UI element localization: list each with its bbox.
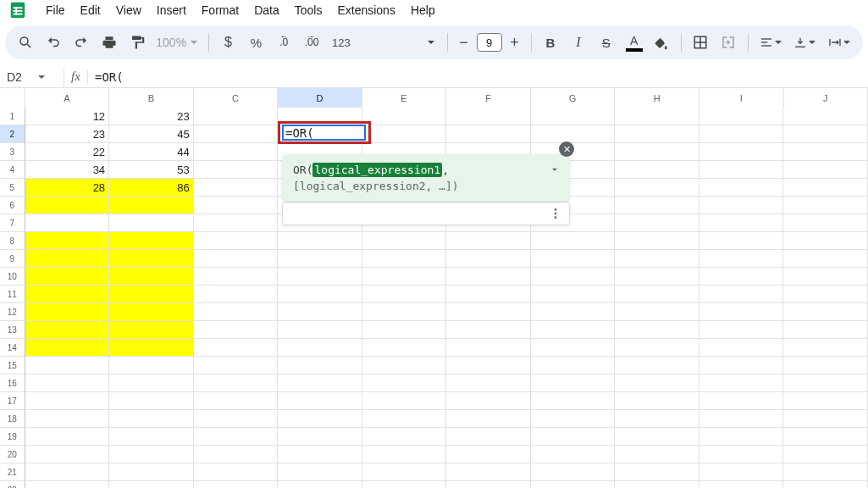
cell-g10[interactable] <box>531 268 616 286</box>
cell-i15[interactable] <box>699 357 784 374</box>
row-header-6[interactable]: 6 <box>0 197 25 214</box>
row-header-8[interactable]: 8 <box>0 232 25 250</box>
menu-insert[interactable]: Insert <box>150 2 193 19</box>
cell-b20[interactable] <box>109 446 194 463</box>
cell-h14[interactable] <box>615 339 699 357</box>
cell-g16[interactable] <box>531 374 616 392</box>
cell-i21[interactable] <box>699 463 784 481</box>
cell-j10[interactable] <box>783 268 868 286</box>
cell-b13[interactable] <box>109 321 194 339</box>
cell-a1[interactable]: 12 <box>25 108 110 125</box>
cell-b2[interactable]: 45 <box>109 125 194 143</box>
cell-f12[interactable] <box>446 303 531 321</box>
row-header-19[interactable]: 19 <box>0 428 25 446</box>
cell-i5[interactable] <box>699 179 784 197</box>
cell-i13[interactable] <box>699 321 784 339</box>
cell-b22[interactable] <box>109 481 194 488</box>
cell-c16[interactable] <box>194 374 279 392</box>
cell-d1[interactable] <box>278 108 362 125</box>
cell-c21[interactable] <box>194 463 279 481</box>
cell-f11[interactable] <box>446 286 531 303</box>
italic-button[interactable]: I <box>566 30 590 55</box>
cell-d13[interactable] <box>278 321 362 339</box>
menu-format[interactable]: Format <box>195 2 246 19</box>
cell-a13[interactable] <box>25 321 110 339</box>
cell-c19[interactable] <box>194 428 279 446</box>
cell-j1[interactable] <box>783 108 868 125</box>
cell-f15[interactable] <box>446 357 531 374</box>
redo-icon[interactable] <box>69 30 94 55</box>
increase-decimal-button[interactable]: .00→ <box>300 30 324 55</box>
cell-i9[interactable] <box>699 250 784 268</box>
more-vert-icon[interactable] <box>549 207 562 220</box>
cell-h1[interactable] <box>615 108 699 125</box>
cell-h3[interactable] <box>615 143 699 161</box>
cell-i20[interactable] <box>699 446 784 463</box>
cell-b6[interactable] <box>109 197 194 214</box>
cell-j11[interactable] <box>783 286 868 303</box>
font-size-input[interactable]: 9 <box>477 33 502 52</box>
cell-g2[interactable] <box>531 125 616 143</box>
cell-a21[interactable] <box>25 463 110 481</box>
cell-a10[interactable] <box>25 268 110 286</box>
cell-h12[interactable] <box>615 303 699 321</box>
cell-c4[interactable] <box>194 161 279 179</box>
row-header-4[interactable]: 4 <box>0 161 25 179</box>
menu-data[interactable]: Data <box>247 2 286 19</box>
cell-e11[interactable] <box>362 286 447 303</box>
cell-h16[interactable] <box>615 374 699 392</box>
cell-f13[interactable] <box>446 321 531 339</box>
cell-e10[interactable] <box>362 268 447 286</box>
cell-i1[interactable] <box>699 108 784 125</box>
cell-a2[interactable]: 23 <box>25 125 110 143</box>
cell-c3[interactable] <box>194 143 279 161</box>
cell-j6[interactable] <box>783 197 868 214</box>
row-header-7[interactable]: 7 <box>0 214 25 232</box>
fill-color-button[interactable] <box>650 30 674 55</box>
cell-j5[interactable] <box>783 179 868 197</box>
cell-a4[interactable]: 34 <box>25 161 110 179</box>
cell-a14[interactable] <box>25 339 110 357</box>
cell-b14[interactable] <box>109 339 194 357</box>
cell-h6[interactable] <box>615 197 699 214</box>
text-color-button[interactable]: A <box>622 30 646 55</box>
cell-g20[interactable] <box>531 446 616 463</box>
name-box[interactable]: D2 <box>0 67 64 87</box>
cell-f18[interactable] <box>446 410 531 428</box>
print-icon[interactable] <box>97 30 122 55</box>
helper-collapse-icon[interactable] <box>549 164 561 178</box>
cell-b3[interactable]: 44 <box>109 143 194 161</box>
cell-f14[interactable] <box>446 339 531 357</box>
menu-file[interactable]: File <box>39 2 72 19</box>
cell-b11[interactable] <box>109 286 194 303</box>
cell-j2[interactable] <box>783 125 868 143</box>
font-select[interactable] <box>358 38 440 47</box>
cell-j20[interactable] <box>783 446 868 463</box>
row-header-11[interactable]: 11 <box>0 286 25 303</box>
cell-e14[interactable] <box>362 339 447 357</box>
cell-a17[interactable] <box>25 392 110 410</box>
row-header-3[interactable]: 3 <box>0 143 25 161</box>
cell-g18[interactable] <box>531 410 616 428</box>
active-cell-d2[interactable]: =OR( <box>282 125 366 141</box>
cell-g13[interactable] <box>531 321 616 339</box>
cell-e18[interactable] <box>362 410 447 428</box>
cell-h7[interactable] <box>615 214 699 232</box>
menu-edit[interactable]: Edit <box>74 2 108 19</box>
cell-g1[interactable] <box>531 108 616 125</box>
decrease-decimal-button[interactable]: .0← <box>272 30 296 55</box>
cell-f16[interactable] <box>446 374 531 392</box>
currency-button[interactable]: $ <box>216 30 240 55</box>
cell-d16[interactable] <box>278 374 362 392</box>
cell-b18[interactable] <box>109 410 194 428</box>
row-header-10[interactable]: 10 <box>0 268 25 286</box>
cell-f10[interactable] <box>446 268 531 286</box>
row-header-5[interactable]: 5 <box>0 179 25 197</box>
cell-a7[interactable] <box>25 214 110 232</box>
cell-b1[interactable]: 23 <box>109 108 194 125</box>
cell-h21[interactable] <box>615 463 699 481</box>
cell-a11[interactable] <box>25 286 110 303</box>
paint-format-icon[interactable] <box>124 30 149 55</box>
formula-bar-input[interactable]: =OR( <box>88 70 868 84</box>
cell-j17[interactable] <box>783 392 868 410</box>
